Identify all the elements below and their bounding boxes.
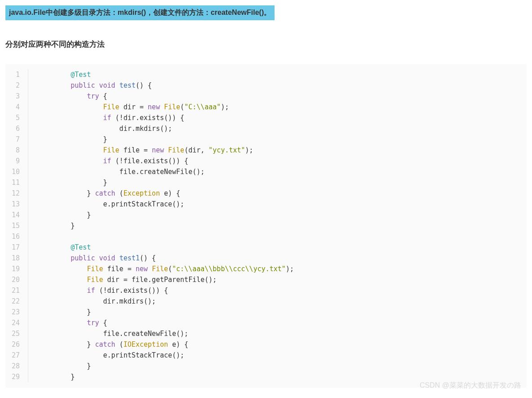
code-line: file.createNewFile(); [38,166,294,177]
code-line: if (!file.exists()) { [38,156,294,166]
subheading: 分别对应两种不同的构造方法 [5,39,527,49]
code-line: try { [38,318,294,328]
code-content: @Test public void test() { try { File di… [28,69,294,382]
code-line: public void test() { [38,80,294,91]
code-line [38,231,294,242]
line-number: 10 [10,166,20,177]
code-line: } catch (IOException e) { [38,339,294,350]
line-number: 20 [10,274,20,285]
code-line: } [38,371,294,382]
line-number: 26 [10,339,20,350]
line-number: 28 [10,361,20,371]
code-line: file.createNewFile(); [38,328,294,339]
code-line: if (!dir.exists()) { [38,285,294,296]
line-gutter: 1234567891011121314151617181920212223242… [5,69,28,382]
line-number: 5 [10,112,20,123]
line-number: 19 [10,264,20,274]
line-number: 8 [10,145,20,156]
code-line: File file = new File("c:\\aaa\\bbb\\ccc\… [38,264,294,274]
line-number: 9 [10,156,20,166]
line-number: 17 [10,242,20,253]
code-line: if (!dir.exists()) { [38,112,294,123]
code-line: File dir = new File("C:\\aaa"); [38,102,294,112]
line-number: 13 [10,199,20,210]
line-number: 15 [10,220,20,231]
code-block: 1234567891011121314151617181920212223242… [5,64,527,388]
code-line: @Test [38,69,294,80]
code-line: e.printStackTrace(); [38,199,294,210]
code-line: @Test [38,242,294,253]
code-line: File dir = file.getParentFile(); [38,274,294,285]
code-line: public void test1() { [38,253,294,264]
line-number: 29 [10,371,20,382]
line-number: 27 [10,350,20,361]
line-number: 23 [10,307,20,318]
line-number: 6 [10,123,20,134]
code-line: File file = new File(dir, "ycy.txt"); [38,145,294,156]
code-line: } [38,361,294,371]
line-number: 4 [10,102,20,112]
line-number: 21 [10,285,20,296]
line-number: 18 [10,253,20,264]
banner-highlight: java.io.File中创建多级目录方法：mkdirs()，创建文件的方法：c… [5,5,275,20]
code-line: } [38,220,294,231]
line-number: 11 [10,177,20,188]
line-number: 2 [10,80,20,91]
line-number: 14 [10,210,20,220]
line-number: 12 [10,188,20,199]
line-number: 1 [10,69,20,80]
code-line: } [38,307,294,318]
line-number: 3 [10,91,20,102]
code-line: e.printStackTrace(); [38,350,294,361]
code-line: } [38,134,294,145]
line-number: 7 [10,134,20,145]
code-line: dir.mkdirs(); [38,296,294,307]
line-number: 24 [10,318,20,328]
line-number: 16 [10,231,20,242]
code-line: dir.mkdirs(); [38,123,294,134]
code-line: try { [38,91,294,102]
code-line: } catch (Exception e) { [38,188,294,199]
code-line: } [38,210,294,220]
line-number: 22 [10,296,20,307]
code-line: } [38,177,294,188]
line-number: 25 [10,328,20,339]
